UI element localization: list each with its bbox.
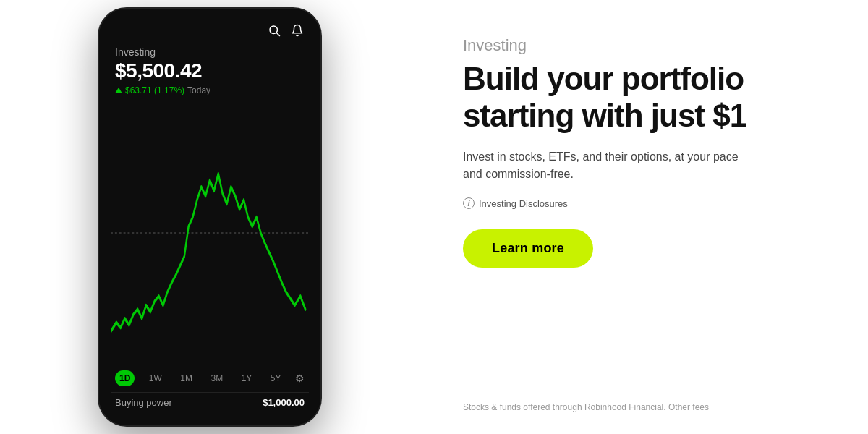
footer-text: Stocks & funds offered through Robinhood… xyxy=(463,380,825,412)
svg-line-1 xyxy=(276,33,279,35)
heading-line1: Build your portfolio xyxy=(463,61,744,96)
change-amount: $63.71 (1.17%) xyxy=(125,85,184,95)
time-selector: 1D 1W 1M 3M 1Y 5Y ⚙ xyxy=(111,367,309,389)
phone-topbar xyxy=(111,20,309,43)
change-period: Today xyxy=(187,85,210,95)
info-icon: i xyxy=(463,197,475,209)
section-label: Investing xyxy=(463,36,825,55)
phone-mockup: Investing $5,500.42 $63.71 (1.17%) Today xyxy=(98,7,322,427)
chart-area xyxy=(111,101,309,365)
time-1d[interactable]: 1D xyxy=(115,370,135,386)
left-panel: Investing $5,500.42 $63.71 (1.17%) Today xyxy=(0,0,420,434)
disclosures-link[interactable]: Investing Disclosures xyxy=(479,198,568,209)
buying-power-value: $1,000.00 xyxy=(263,397,305,408)
portfolio-change: $63.71 (1.17%) Today xyxy=(115,85,305,95)
main-heading: Build your portfolio starting with just … xyxy=(463,61,825,134)
time-5y[interactable]: 5Y xyxy=(266,370,286,386)
sub-text: Invest in stocks, ETFs, and their option… xyxy=(463,148,752,183)
search-icon[interactable] xyxy=(267,23,281,38)
phone-screen: Investing $5,500.42 $63.71 (1.17%) Today xyxy=(99,9,320,425)
time-3m[interactable]: 3M xyxy=(206,370,227,386)
time-1m[interactable]: 1M xyxy=(176,370,197,386)
up-arrow-icon xyxy=(115,88,122,93)
portfolio-header: Investing $5,500.42 $63.71 (1.17%) Today xyxy=(111,43,309,95)
settings-gear-icon[interactable]: ⚙ xyxy=(295,373,305,384)
right-panel: Investing Build your portfolio starting … xyxy=(420,0,868,434)
bell-icon[interactable] xyxy=(290,23,305,38)
portfolio-value: $5,500.42 xyxy=(115,59,305,82)
portfolio-label: Investing xyxy=(115,46,305,58)
disclosures-row: i Investing Disclosures xyxy=(463,197,825,209)
heading-line2: starting with just $1 xyxy=(463,98,746,133)
stock-chart xyxy=(111,101,309,365)
buying-power-label: Buying power xyxy=(115,397,172,408)
buying-power-row: Buying power $1,000.00 xyxy=(111,392,309,414)
time-1y[interactable]: 1Y xyxy=(237,370,257,386)
time-1w[interactable]: 1W xyxy=(145,370,166,386)
learn-more-button[interactable]: Learn more xyxy=(463,229,593,268)
